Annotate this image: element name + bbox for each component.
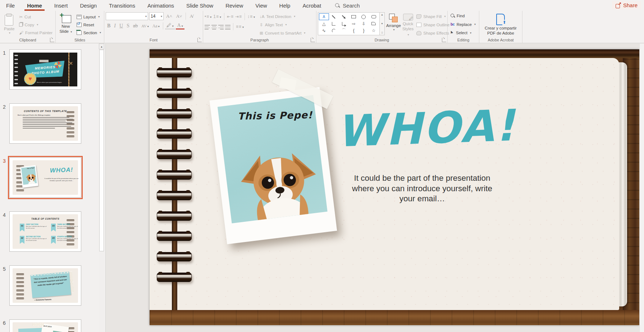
align-text-icon: ⇳ (260, 22, 263, 27)
shape-arrow-right[interactable]: ⇨ (349, 20, 359, 27)
arrange-button[interactable]: Arrange ▾ (386, 12, 401, 37)
spiral-binding (157, 68, 192, 282)
search-box[interactable]: Search (335, 3, 360, 9)
shape-curve[interactable]: ⌒ (339, 27, 349, 34)
copy-button[interactable]: Copy ▾ (18, 21, 54, 28)
justify-button[interactable] (225, 24, 230, 29)
shape-left-brace[interactable]: { (349, 27, 359, 34)
shapes-more-icon[interactable]: ⍗ (381, 31, 383, 34)
tab-view[interactable]: View (249, 0, 273, 11)
slide-6-number: 6 (3, 320, 6, 326)
shape-line[interactable] (329, 13, 339, 20)
tab-insert[interactable]: Insert (48, 0, 74, 11)
photo-caption[interactable]: This is Pepe! (238, 109, 313, 122)
slide-5-thumbnail[interactable]: "This is a quote, words full of wisdom t… (9, 265, 81, 306)
shape-arrow-line[interactable] (339, 13, 349, 20)
slide-2-thumbnail[interactable]: CONTENTS OF THIS TEMPLATE Here's what yo… (9, 103, 81, 144)
layout-button[interactable]: Layout ▾ (75, 13, 102, 21)
scroll-up-icon[interactable]: ▲ (99, 44, 104, 49)
font-size-combo[interactable]: 14 ▾ (149, 12, 164, 20)
tab-review[interactable]: Review (219, 0, 249, 11)
font-name-combo[interactable]: ▾ (106, 12, 148, 20)
font-color-button[interactable]: A▾ (176, 23, 184, 30)
shrink-font-button[interactable]: A˅ (175, 13, 184, 19)
bullets-button[interactable]: •≡▾ (205, 14, 212, 19)
shape-triangle[interactable]: △ (319, 20, 329, 27)
share-button[interactable]: Share (612, 1, 641, 9)
tab-acrobat[interactable]: Acrobat (296, 0, 327, 11)
increase-indent-button[interactable]: ⇥≡ (235, 14, 242, 19)
align-left-button[interactable] (205, 24, 210, 29)
shape-flowchart[interactable] (369, 20, 379, 27)
reset-button[interactable]: Reset (75, 21, 102, 28)
shapes-scroll-up-icon[interactable]: ▲ (381, 13, 383, 16)
clipboard-dialog-launcher[interactable] (50, 38, 54, 42)
tab-design[interactable]: Design (74, 0, 103, 11)
slide-4-thumbnail[interactable]: TABLE OF CONTENTS 01 FIRST SECTIONHere y… (9, 211, 81, 252)
scrollbar-thumb[interactable] (99, 50, 104, 251)
tab-animations[interactable]: Animations (141, 0, 180, 11)
slide-title-text[interactable]: WHOA! (336, 100, 517, 156)
shapes-scroll-down-icon[interactable]: ▼ (381, 22, 383, 25)
current-slide[interactable]: This is Pepe! (150, 49, 639, 325)
tab-transitions[interactable]: Transitions (103, 0, 141, 11)
change-case-button[interactable]: Aa▾ (151, 23, 161, 29)
italic-button[interactable]: I (113, 23, 117, 29)
select-button[interactable]: Select▾ (449, 29, 478, 36)
shape-oval[interactable] (359, 13, 369, 20)
shape-elbow-connector[interactable] (329, 20, 339, 27)
thumbnails-scrollbar[interactable]: ▲ (99, 44, 104, 332)
shape-arrow-down[interactable]: ⇩ (359, 20, 369, 27)
quick-styles-button[interactable]: Quick Styles ▾ (402, 12, 414, 37)
slide-1-thumbnail[interactable]: ✕ MEMORIES PHOTO ALBUM ♥ Here is where y… (9, 49, 81, 90)
clear-formatting-button[interactable]: A̸ (188, 13, 194, 19)
shape-elbow-arrow-connector[interactable] (339, 20, 349, 27)
shape-scribble[interactable]: ∿ (319, 27, 329, 34)
strikethrough-button[interactable]: ab (132, 23, 139, 29)
tab-help[interactable]: Help (273, 0, 297, 11)
shape-textbox[interactable]: A (319, 13, 329, 20)
underline-button[interactable]: U (118, 23, 124, 29)
convert-smartart-button[interactable]: ⊞ Convert to SmartArt▾ (258, 30, 307, 36)
polaroid-photo[interactable]: This is Pepe! (210, 87, 337, 244)
columns-button[interactable]: ≡≡▾ (236, 24, 244, 29)
slide-6-thumbnail[interactable]: 16.07.20XX (9, 319, 81, 332)
shapes-gallery[interactable]: A △ ⇨ ⇩ ∿ ⌒ { } ☆ (318, 12, 380, 35)
new-slide-button[interactable]: New Slide ▾ (57, 12, 74, 37)
shape-right-brace[interactable]: } (359, 27, 369, 34)
format-painter-button[interactable]: 🖌 Format Painter (18, 29, 54, 36)
shape-rectangle[interactable] (349, 13, 359, 20)
cut-button[interactable]: ✂ Cut (18, 13, 54, 21)
paste-button[interactable]: Paste ▾ (1, 12, 17, 37)
text-shadow-button[interactable]: S (125, 23, 131, 29)
canvas-scrollbar[interactable] (639, 44, 644, 332)
bold-button[interactable]: B (106, 23, 112, 29)
line-spacing-button[interactable]: ↕≡▾ (247, 14, 255, 19)
create-pdf-button[interactable]: Crear y compartir PDF de Adobe (481, 12, 521, 37)
shape-arc[interactable] (329, 27, 339, 34)
drawing-dialog-launcher[interactable] (442, 38, 446, 42)
align-center-button[interactable] (211, 24, 217, 29)
shape-star[interactable]: ☆ (369, 27, 379, 34)
shape-rounded-rectangle[interactable] (369, 13, 379, 20)
tab-file[interactable]: File (0, 0, 21, 11)
slide-body-text[interactable]: It could be the part of the presentation… (347, 173, 498, 204)
find-button[interactable]: Find (449, 12, 478, 19)
tab-slide-show[interactable]: Slide Show (180, 0, 219, 11)
highlight-color-button[interactable]: 🖉▾ (165, 23, 175, 30)
shapes-gallery-scrollbar[interactable]: ▲ ▼ ⍗ (380, 12, 385, 35)
align-text-button[interactable]: ⇳ Align Text▾ (258, 21, 307, 28)
replace-button[interactable]: bc Replace▾ (449, 21, 478, 28)
tab-home[interactable]: Home (21, 0, 48, 11)
text-direction-button[interactable]: ↓A Text Direction▾ (258, 13, 307, 20)
numbering-button[interactable]: 1≡▾ (213, 14, 221, 19)
decrease-indent-button[interactable]: ⇤≡ (227, 14, 234, 19)
paragraph-dialog-launcher[interactable] (311, 38, 315, 42)
slide-3-thumbnail[interactable]: This is Pepe! WHOA! It c (9, 157, 81, 198)
group-font: ▾ 14 ▾ A˄ A˅ A̸ B I U S ab AV▾ Aa▾ (104, 11, 203, 43)
align-right-button[interactable] (218, 24, 224, 29)
font-dialog-launcher[interactable] (197, 38, 202, 42)
character-spacing-button[interactable]: AV▾ (140, 24, 150, 28)
grow-font-button[interactable]: A˄ (165, 13, 174, 19)
section-button[interactable]: Section ▾ (75, 29, 102, 36)
